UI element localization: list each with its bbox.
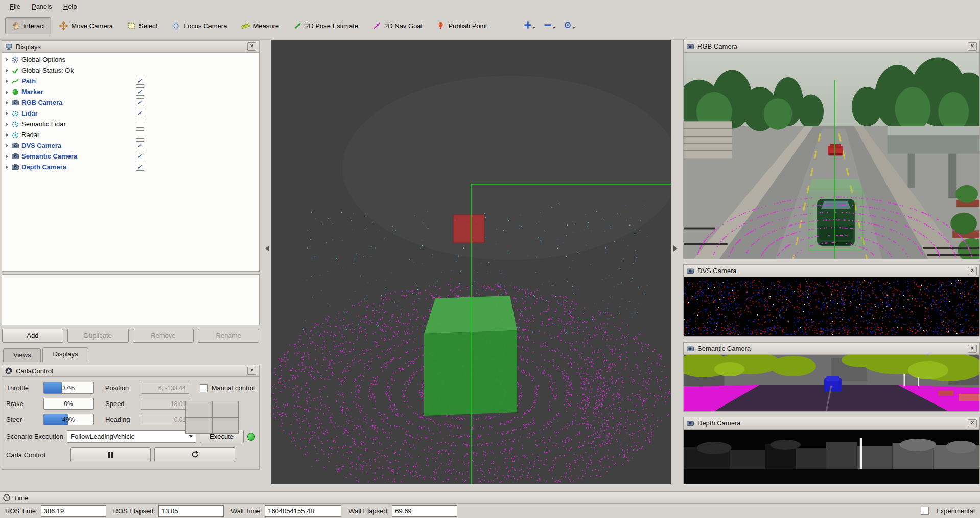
display-row-lidar[interactable]: Lidar [2,108,259,119]
display-enabled-checkbox[interactable] [136,98,144,106]
expand-icon[interactable] [4,164,11,171]
close-icon[interactable]: × [968,42,977,51]
menu-bar: File Panels Help [0,0,980,12]
display-label: Marker [21,88,43,96]
ego-vehicle [809,179,863,250]
wall-time-field[interactable] [265,505,341,517]
camera-target-button[interactable] [561,18,578,33]
display-row-radar[interactable]: Radar [2,129,259,140]
tab-views[interactable]: Views [3,348,41,362]
display-row-marker[interactable]: Marker [2,86,259,97]
control-pad[interactable] [185,401,239,434]
panel-title: RGB Camera [697,42,737,50]
focus-camera-icon [172,21,180,30]
splitter-right[interactable] [671,40,683,491]
camera-icon [686,267,694,275]
restart-button[interactable] [154,447,235,462]
tool-2d-nav-goal[interactable]: 2D Nav Goal [366,17,428,34]
display-enabled-checkbox[interactable] [136,77,144,85]
collapse-right-icon[interactable] [673,245,681,252]
expand-icon[interactable] [4,142,11,149]
collapse-left-icon[interactable] [262,245,269,252]
manual-control-checkbox[interactable] [200,384,208,392]
expand-icon[interactable] [4,153,11,160]
scenario-select[interactable]: FollowLeadingVehicle [67,430,196,443]
close-icon[interactable]: × [968,345,977,353]
expand-icon[interactable] [4,121,11,128]
splitter-left[interactable] [260,40,271,491]
tool-label: Publish Point [448,22,487,30]
rename-button[interactable]: Rename [198,329,259,343]
zoom-in-button[interactable] [521,18,539,33]
close-icon[interactable]: × [968,267,977,275]
display-enabled-checkbox[interactable] [136,152,144,160]
ros-time-field[interactable] [41,505,106,517]
tool-select[interactable]: Select [121,17,164,34]
display-label: RGB Camera [21,99,62,106]
expand-icon[interactable] [4,88,11,96]
time-panel: Time ROS Time: ROS Elapsed: Wall Time: W… [0,491,980,518]
displays-tree: Global Options Global Status: Ok Path M [2,53,260,272]
display-enabled-checkbox[interactable] [136,120,144,128]
tab-displays[interactable]: Displays [42,347,88,362]
close-icon[interactable]: × [247,367,256,375]
wall-elapsed-field[interactable] [392,505,457,517]
tool-interact[interactable]: Interact [5,17,51,34]
display-enabled-checkbox[interactable] [136,87,144,96]
display-enabled-checkbox[interactable] [136,130,144,139]
display-enabled-checkbox[interactable] [136,141,144,149]
tool-measure[interactable]: Measure [235,17,285,34]
ros-elapsed-field[interactable] [158,505,224,517]
panel-title: Semantic Camera [697,345,751,352]
displays-panel-header: Displays × [2,40,260,53]
close-icon[interactable]: × [247,42,256,51]
tool-label: Focus Camera [183,22,227,30]
chevron-down-icon [572,27,575,30]
display-row-semantic-lidar[interactable]: Semantic Lidar [2,119,259,129]
display-row-global-status[interactable]: Global Status: Ok [2,65,259,76]
display-label: DVS Camera [21,142,61,149]
tool-focus-camera[interactable]: Focus Camera [166,17,233,34]
pause-icon [108,452,113,458]
close-icon[interactable]: × [968,419,977,427]
zoom-out-button[interactable] [541,18,558,33]
display-row-rgb-camera[interactable]: RGB Camera [2,97,259,108]
pause-button[interactable] [70,447,151,462]
expand-icon[interactable] [4,131,11,139]
scenario-value: FollowLeadingVehicle [71,433,135,440]
camera-icon [11,152,19,161]
dock-tabs: Views Displays [2,346,260,362]
menu-help[interactable]: Help [58,1,83,12]
display-row-semantic-camera[interactable]: Semantic Camera [2,151,259,162]
3d-viewport[interactable] [271,40,671,484]
display-row-global-options[interactable]: Global Options [2,54,259,65]
expand-icon[interactable] [4,110,11,117]
expand-icon[interactable] [4,78,11,85]
tool-move-camera[interactable]: Move Camera [53,17,119,34]
heading-label: Heading [105,416,137,423]
manual-control-label: Manual control [212,384,255,392]
display-row-path[interactable]: Path [2,76,259,86]
experimental-checkbox[interactable] [921,507,929,515]
menu-file[interactable]: File [4,1,26,12]
tool-label: 2D Pose Estimate [305,22,358,30]
panel-title: Time [14,494,28,502]
menu-panels[interactable]: Panels [26,1,58,12]
display-row-dvs-camera[interactable]: DVS Camera [2,140,259,151]
rgb-camera-panel: RGB Camera × [683,40,980,259]
path-icon [11,77,19,85]
gear-icon [11,56,19,64]
expand-icon[interactable] [4,99,11,106]
expand-icon[interactable] [4,67,11,74]
expand-icon[interactable] [4,56,11,63]
add-button[interactable]: Add [2,329,63,343]
duplicate-button[interactable]: Duplicate [67,329,129,343]
display-enabled-checkbox[interactable] [136,109,144,117]
remove-button[interactable]: Remove [133,329,194,343]
tool-2d-pose-estimate[interactable]: 2D Pose Estimate [287,17,364,34]
tool-publish-point[interactable]: Publish Point [430,17,493,34]
display-row-depth-camera[interactable]: Depth Camera [2,162,259,172]
camera-icon [11,142,19,150]
camera-icon [11,163,19,171]
display-enabled-checkbox[interactable] [136,163,144,171]
